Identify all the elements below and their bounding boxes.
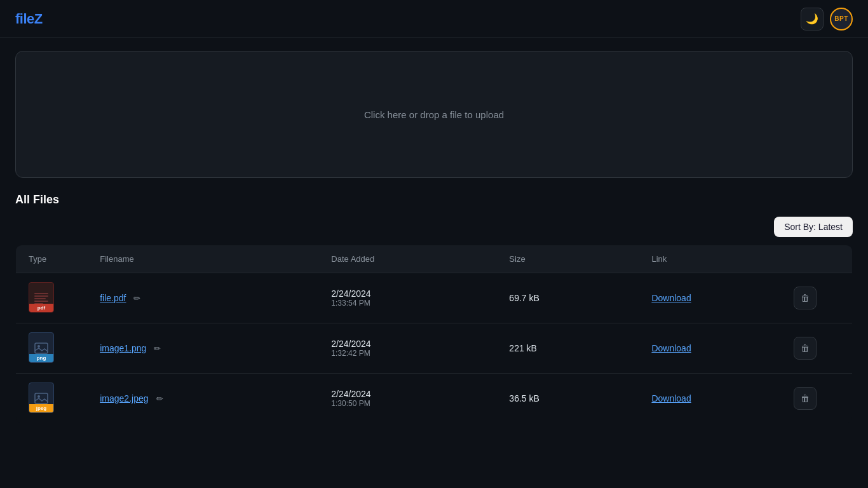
avatar-text: BPT	[834, 15, 848, 22]
table-row: pdf file.pdf ✏ 2/24/2024 1:33:54 PM 69.7…	[16, 273, 853, 323]
file-size: 36.5 kB	[509, 393, 539, 403]
table-row: jpeg image2.jpeg ✏ 2/24/2024 1:30:50 PM …	[16, 374, 853, 424]
file-action-cell: 🗑	[781, 323, 852, 374]
file-size-cell: 221 kB	[496, 323, 639, 374]
date-time: 1:33:54 PM	[331, 299, 484, 308]
header-actions: 🌙 BPT	[801, 8, 853, 30]
col-type: Type	[16, 245, 88, 273]
svg-point-3	[37, 395, 40, 398]
date-time: 1:30:50 PM	[331, 399, 484, 408]
avatar-button[interactable]: BPT	[830, 8, 853, 30]
download-link[interactable]: Download	[651, 343, 691, 353]
table-row: png image1.png ✏ 2/24/2024 1:32:42 PM 22…	[16, 323, 853, 374]
file-link-cell: Download	[639, 273, 781, 323]
date-main: 2/24/2024	[331, 339, 484, 349]
moon-icon: 🌙	[806, 13, 818, 25]
upload-placeholder-text: Click here or drop a file to upload	[364, 109, 504, 120]
file-date-cell: 2/24/2024 1:32:42 PM	[318, 323, 496, 374]
file-type-badge: jpeg	[29, 404, 53, 412]
file-filename-cell: file.pdf ✏	[87, 273, 318, 323]
logo-text: file	[15, 11, 34, 27]
table-body: pdf file.pdf ✏ 2/24/2024 1:33:54 PM 69.7…	[16, 273, 853, 424]
filename-link[interactable]: image2.jpeg	[100, 393, 148, 403]
file-action-cell: 🗑	[781, 273, 852, 323]
files-section-title: All Files	[15, 193, 853, 207]
file-date-cell: 2/24/2024 1:30:50 PM	[318, 374, 496, 424]
download-link[interactable]: Download	[651, 393, 691, 403]
delete-button[interactable]: 🗑	[794, 387, 817, 410]
upload-dropzone[interactable]: Click here or drop a file to upload	[15, 51, 853, 178]
file-type-badge: png	[29, 354, 53, 362]
date-main: 2/24/2024	[331, 389, 484, 399]
files-section: All Files Sort By: Latest Type Filename …	[15, 193, 853, 424]
file-size-cell: 69.7 kB	[496, 273, 639, 323]
download-link[interactable]: Download	[651, 293, 691, 303]
file-action-cell: 🗑	[781, 374, 852, 424]
logo: fileZ	[15, 11, 43, 27]
file-icon-lines	[34, 293, 48, 304]
sort-button[interactable]: Sort By: Latest	[774, 217, 853, 237]
file-link-cell: Download	[639, 323, 781, 374]
table-header: Type Filename Date Added Size Link	[16, 245, 853, 273]
trash-icon: 🗑	[801, 343, 810, 353]
delete-button[interactable]: 🗑	[794, 337, 817, 360]
trash-icon: 🗑	[801, 293, 810, 303]
logo-accent: Z	[34, 11, 43, 27]
file-size: 69.7 kB	[509, 293, 539, 303]
col-action	[781, 245, 852, 273]
files-table: Type Filename Date Added Size Link	[15, 245, 853, 424]
file-type-cell: pdf	[16, 273, 88, 323]
date-main: 2/24/2024	[331, 288, 484, 299]
filename-link[interactable]: image1.png	[100, 343, 146, 353]
file-size: 221 kB	[509, 343, 537, 353]
col-date: Date Added	[318, 245, 496, 273]
file-filename-cell: image2.jpeg ✏	[87, 374, 318, 424]
file-date-cell: 2/24/2024 1:33:54 PM	[318, 273, 496, 323]
sort-bar: Sort By: Latest	[15, 217, 853, 237]
file-link-cell: Download	[639, 374, 781, 424]
col-link: Link	[639, 245, 781, 273]
dark-mode-button[interactable]: 🌙	[801, 8, 824, 30]
date-time: 1:32:42 PM	[331, 349, 484, 358]
svg-rect-0	[35, 343, 48, 353]
file-size-cell: 36.5 kB	[496, 374, 639, 424]
svg-rect-2	[35, 393, 48, 403]
filename-link[interactable]: file.pdf	[100, 293, 126, 303]
main-content: Click here or drop a file to upload All …	[0, 38, 868, 437]
file-type-cell: jpeg	[16, 374, 88, 424]
svg-point-1	[37, 345, 40, 348]
file-filename-cell: image1.png ✏	[87, 323, 318, 374]
delete-button[interactable]: 🗑	[794, 287, 817, 309]
edit-icon[interactable]: ✏	[154, 344, 161, 353]
edit-icon[interactable]: ✏	[156, 394, 163, 403]
trash-icon: 🗑	[801, 393, 810, 403]
file-type-badge: pdf	[29, 304, 53, 312]
file-type-cell: png	[16, 323, 88, 374]
header: fileZ 🌙 BPT	[0, 0, 868, 38]
edit-icon[interactable]: ✏	[133, 294, 140, 303]
col-size: Size	[496, 245, 639, 273]
col-filename: Filename	[87, 245, 318, 273]
